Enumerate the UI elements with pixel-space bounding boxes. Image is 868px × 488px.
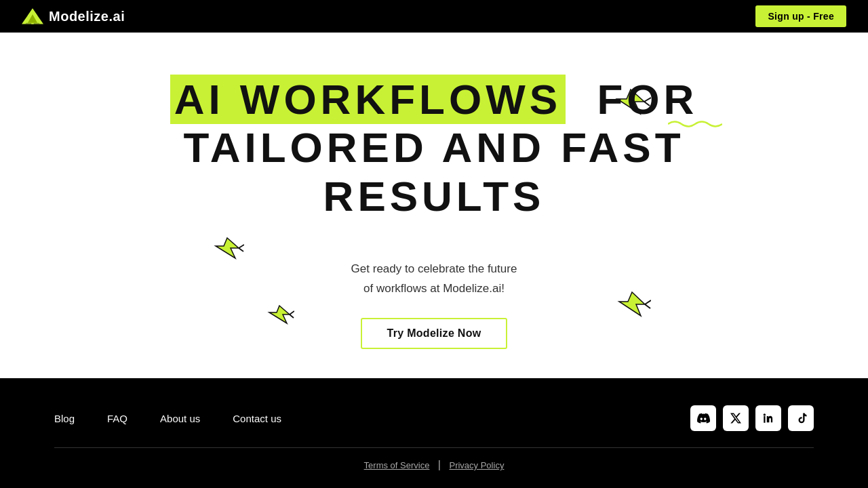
try-now-button[interactable]: Try Modelize Now xyxy=(361,318,507,349)
footer-nav-about-us[interactable]: About us xyxy=(160,413,200,424)
footer-nav-faq[interactable]: FAQ xyxy=(107,413,127,424)
footer-nav: BlogFAQAbout usContact us xyxy=(54,413,281,424)
hero-title: AI WORKFLOWS FOR TAILORED AND FAST RESUL… xyxy=(170,75,698,220)
hero-title-highlight: AI WORKFLOWS xyxy=(170,75,566,124)
hero-title-line3: RESULTS xyxy=(170,172,698,220)
deco-bird-3 xyxy=(613,290,651,319)
footer: BlogFAQAbout usContact us xyxy=(0,378,868,488)
deco-bird-2 xyxy=(210,236,244,260)
svg-line-13 xyxy=(290,311,294,314)
navbar: Modelize.ai Sign up - Free xyxy=(0,0,868,33)
signup-button[interactable]: Sign up - Free xyxy=(755,5,846,27)
svg-marker-6 xyxy=(216,238,239,258)
footer-nav-contact-us[interactable]: Contact us xyxy=(233,413,281,424)
svg-marker-12 xyxy=(269,306,290,323)
hero-section: AI WORKFLOWS FOR TAILORED AND FAST RESUL… xyxy=(0,33,868,378)
social-icons xyxy=(690,405,814,431)
svg-line-14 xyxy=(290,314,294,318)
logo[interactable]: Modelize.ai xyxy=(22,7,125,26)
twitter-icon[interactable] xyxy=(723,405,749,431)
tiktok-icon[interactable] xyxy=(788,405,814,431)
svg-line-7 xyxy=(239,245,244,248)
svg-line-11 xyxy=(645,304,650,308)
footer-nav-blog[interactable]: Blog xyxy=(54,413,75,424)
deco-bird-4 xyxy=(264,304,294,325)
footer-separator: | xyxy=(438,459,441,470)
hero-title-for: FOR xyxy=(597,75,698,123)
footer-top: BlogFAQAbout usContact us xyxy=(54,405,814,431)
logo-text: Modelize.ai xyxy=(49,9,125,24)
hero-subtitle: Get ready to celebrate the future of wor… xyxy=(351,260,517,299)
svg-marker-9 xyxy=(619,292,645,316)
terms-link[interactable]: Terms of Service xyxy=(364,460,430,470)
logo-icon xyxy=(22,7,43,26)
svg-line-8 xyxy=(239,248,243,251)
svg-line-10 xyxy=(645,300,651,304)
hero-title-line2: TAILORED AND FAST xyxy=(170,123,698,171)
discord-icon[interactable] xyxy=(690,405,716,431)
privacy-link[interactable]: Privacy Policy xyxy=(449,460,504,470)
footer-bottom: Terms of Service | Privacy Policy xyxy=(54,447,814,471)
linkedin-icon[interactable] xyxy=(755,405,781,431)
